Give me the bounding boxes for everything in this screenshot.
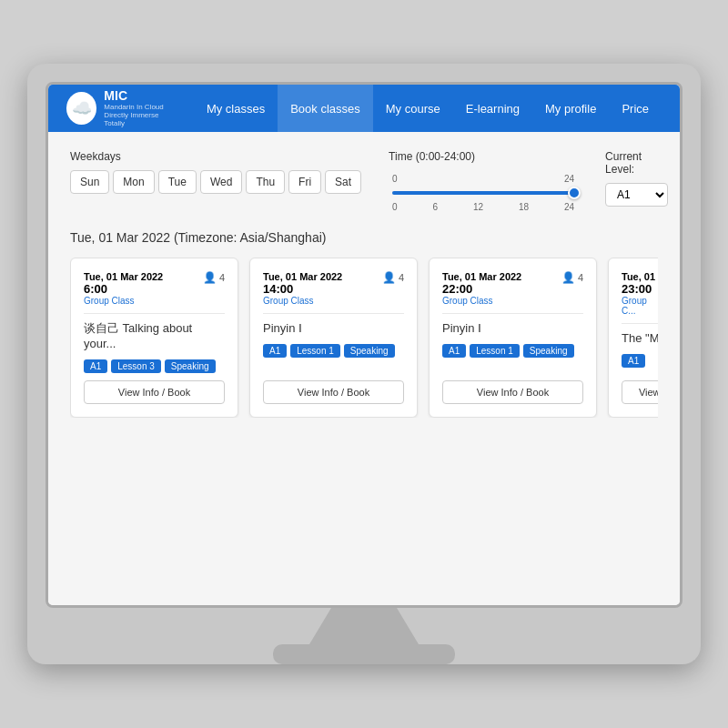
card-capacity-1: 👤 4 — [203, 271, 225, 284]
level-filter: Current Level: A1 A2 B1 B2 — [605, 150, 668, 207]
tag-speaking-3: Speaking — [523, 344, 574, 358]
logo-abbr: MIC — [104, 89, 176, 103]
card-capacity-2: 👤 4 — [382, 271, 404, 284]
tag-speaking-2: Speaking — [344, 344, 395, 358]
tag-a1-2: A1 — [263, 344, 287, 358]
tag-a1-1: A1 — [84, 359, 107, 373]
card-tags-3: A1 Lesson 1 Speaking — [442, 344, 583, 358]
weekday-sat[interactable]: Sat — [325, 170, 361, 194]
capacity-count-3: 4 — [578, 272, 583, 283]
logo-icon: ☁️ — [66, 92, 96, 125]
slider-top-max: 24 — [564, 174, 574, 184]
card-type-3[interactable]: Group Class — [442, 296, 521, 306]
card-time-2: 14:00 — [263, 282, 342, 296]
monitor: ☁️ MIC Mandarin In Cloud Directly Immers… — [27, 64, 701, 664]
tag-a1-4: A1 — [622, 354, 645, 368]
card-type-1[interactable]: Group Class — [84, 296, 163, 306]
tag-lesson-3: Lesson 1 — [470, 344, 520, 358]
nav-book-classes[interactable]: Book classes — [278, 85, 373, 132]
card-date-4: Tue, 01 — [622, 271, 658, 282]
card-header-1: Tue, 01 Mar 2022 6:00 Group Class 👤 4 — [84, 271, 225, 306]
monitor-stand-neck — [309, 608, 419, 644]
weekday-fri[interactable]: Fri — [288, 170, 321, 194]
filters-row: Weekdays Sun Mon Tue Wed Thu Fri Sat — [70, 150, 658, 212]
card-tags-4: A1 — [622, 354, 658, 368]
tag-speaking-1: Speaking — [165, 359, 216, 373]
nav-price[interactable]: Price — [609, 85, 662, 132]
weekdays-filter: Weekdays Sun Mon Tue Wed Thu Fri Sat — [70, 150, 361, 194]
card-type-2[interactable]: Group Class — [263, 296, 342, 306]
nav-e-learning[interactable]: E-learning — [453, 85, 532, 132]
tag-a1-3: A1 — [442, 344, 466, 358]
time-slider-container: 0 24 0 6 12 18 — [389, 174, 578, 212]
logo-name: Mandarin In Cloud — [104, 103, 176, 111]
card-date-3: Tue, 01 Mar 2022 — [442, 271, 521, 282]
weekday-buttons: Sun Mon Tue Wed Thu Fri Sat — [70, 170, 361, 194]
card-header-4: Tue, 01 23:00 Group C... 👤 4 — [622, 271, 658, 316]
slider-label-18: 18 — [519, 202, 529, 212]
divider-4 — [622, 323, 658, 324]
cloud-icon: ☁️ — [72, 98, 92, 118]
tag-lesson-1: Lesson 3 — [111, 359, 161, 373]
slider-label-6: 6 — [433, 202, 439, 212]
time-filter: Time (0:00-24:00) 0 24 0 — [389, 150, 578, 212]
card-date-1: Tue, 01 Mar 2022 — [84, 271, 163, 282]
card-time-1: 6:00 — [84, 282, 163, 296]
view-book-btn-1[interactable]: View Info / Book — [84, 380, 225, 404]
class-card-1: Tue, 01 Mar 2022 6:00 Group Class 👤 4 谈自… — [70, 258, 238, 418]
level-select[interactable]: A1 A2 B1 B2 — [605, 183, 668, 207]
card-time-3: 22:00 — [442, 282, 521, 296]
nav-my-profile[interactable]: My profile — [532, 85, 609, 132]
weekday-wed[interactable]: Wed — [200, 170, 242, 194]
nav-links: My classes Book classes My course E-lear… — [194, 85, 662, 132]
capacity-count-1: 4 — [219, 272, 225, 283]
slider-label-0: 0 — [392, 202, 398, 212]
capacity-icon-3: 👤 — [561, 271, 575, 284]
divider-3 — [442, 313, 583, 314]
slider-top-min: 0 — [392, 174, 398, 184]
card-title-1: 谈自己 Talking about your... — [84, 321, 225, 352]
slider-fill — [392, 191, 574, 195]
slider-track[interactable] — [392, 191, 574, 195]
divider-2 — [263, 313, 404, 314]
card-tags-1: A1 Lesson 3 Speaking — [84, 359, 225, 373]
monitor-stand-base — [273, 644, 455, 664]
card-title-3: Pinyin Ⅰ — [442, 321, 583, 337]
slider-thumb[interactable] — [568, 187, 581, 199]
class-card-3: Tue, 01 Mar 2022 22:00 Group Class 👤 4 P… — [429, 258, 597, 418]
nav-my-course[interactable]: My course — [373, 85, 453, 132]
monitor-screen: ☁️ MIC Mandarin In Cloud Directly Immers… — [46, 82, 682, 608]
date-heading: Tue, 01 Mar 2022 (Timezone: Asia/Shangha… — [70, 230, 658, 245]
capacity-icon-2: 👤 — [382, 271, 396, 284]
class-card-4: Tue, 01 23:00 Group C... 👤 4 The "M... — [608, 258, 658, 418]
cards-row: Tue, 01 Mar 2022 6:00 Group Class 👤 4 谈自… — [70, 258, 658, 418]
capacity-count-2: 4 — [399, 272, 404, 283]
capacity-icon-1: 👤 — [203, 271, 217, 284]
view-book-btn-3[interactable]: View Info / Book — [442, 380, 583, 404]
navbar: ☁️ MIC Mandarin In Cloud Directly Immers… — [48, 85, 680, 132]
tag-lesson-2: Lesson 1 — [290, 344, 340, 358]
screen-content: ☁️ MIC Mandarin In Cloud Directly Immers… — [48, 85, 680, 605]
slider-bottom-labels: 0 6 12 18 24 — [392, 202, 574, 212]
view-book-btn-2[interactable]: View Info / Book — [263, 380, 404, 404]
weekdays-label: Weekdays — [70, 150, 361, 163]
slider-label-12: 12 — [473, 202, 483, 212]
slider-label-24: 24 — [564, 202, 574, 212]
card-title-4: The "M... — [622, 331, 658, 347]
card-header-2: Tue, 01 Mar 2022 14:00 Group Class 👤 4 — [263, 271, 404, 306]
view-book-btn-4[interactable]: View... — [622, 380, 658, 404]
weekday-thu[interactable]: Thu — [246, 170, 285, 194]
nav-my-classes[interactable]: My classes — [194, 85, 278, 132]
weekday-sun[interactable]: Sun — [70, 170, 109, 194]
card-time-4: 23:00 — [622, 282, 658, 296]
main-content: Weekdays Sun Mon Tue Wed Thu Fri Sat — [48, 132, 680, 605]
weekday-mon[interactable]: Mon — [113, 170, 154, 194]
slider-top-labels: 0 24 — [392, 174, 574, 184]
logo-subtext: Directly Immerse Totally — [104, 111, 176, 127]
class-card-2: Tue, 01 Mar 2022 14:00 Group Class 👤 4 P… — [249, 258, 418, 418]
card-title-2: Pinyin Ⅰ — [263, 321, 404, 337]
weekday-tue[interactable]: Tue — [158, 170, 197, 194]
card-capacity-3: 👤 4 — [561, 271, 583, 284]
level-label: Current Level: — [605, 150, 668, 176]
card-type-4[interactable]: Group C... — [622, 296, 658, 316]
